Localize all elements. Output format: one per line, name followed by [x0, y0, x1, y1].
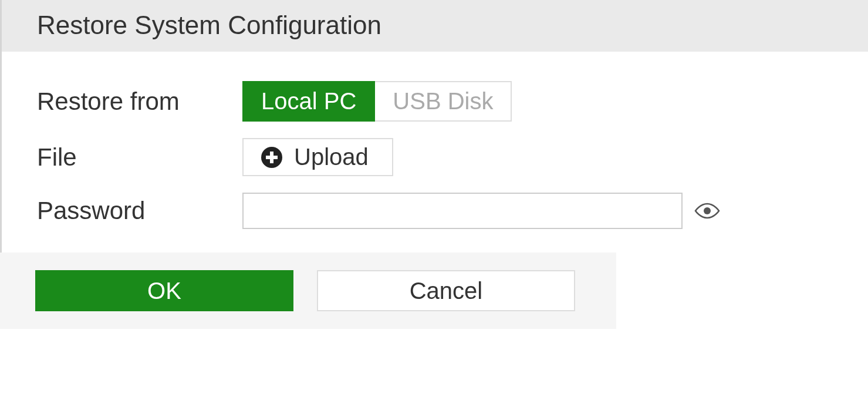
- password-row: Password: [37, 193, 850, 229]
- dialog-title: Restore System Configuration: [37, 11, 381, 39]
- password-wrap: [242, 193, 850, 229]
- restore-from-label: Restore from: [37, 88, 242, 116]
- restore-from-toggle: Local PC USB Disk: [242, 81, 512, 122]
- password-label: Password: [37, 197, 242, 225]
- restore-from-local-pc[interactable]: Local PC: [242, 81, 375, 122]
- upload-button-label: Upload: [294, 144, 369, 170]
- dialog-header: Restore System Configuration: [0, 0, 868, 52]
- restore-from-row: Restore from Local PC USB Disk: [37, 81, 850, 122]
- password-input[interactable]: [242, 193, 683, 229]
- file-row: File Upload: [37, 138, 850, 176]
- restore-from-usb-disk[interactable]: USB Disk: [375, 81, 512, 122]
- form-area: Restore from Local PC USB Disk File Uplo…: [0, 52, 868, 253]
- plus-circle-icon: [261, 147, 282, 168]
- eye-icon[interactable]: [694, 203, 720, 219]
- upload-button[interactable]: Upload: [242, 138, 393, 176]
- ok-button[interactable]: OK: [35, 270, 293, 311]
- cancel-button[interactable]: Cancel: [317, 270, 575, 311]
- svg-point-0: [704, 207, 711, 214]
- dialog-footer: OK Cancel: [0, 253, 616, 329]
- file-label: File: [37, 143, 242, 171]
